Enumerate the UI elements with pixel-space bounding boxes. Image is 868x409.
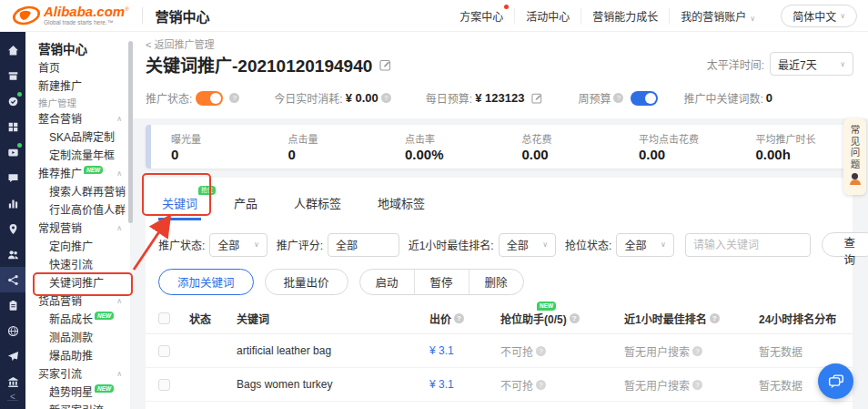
bar-chart-icon[interactable]	[0, 190, 25, 216]
help-icon[interactable]: ?	[570, 313, 580, 323]
help-icon[interactable]: ?	[692, 346, 702, 356]
collapse-sidebar-icon[interactable]: <	[0, 392, 25, 402]
start-button[interactable]: 启动	[360, 270, 414, 294]
filter-best-rank-select[interactable]: 全部∨	[499, 233, 556, 257]
campaign-header: < 返回推广管理 关键词推广-20210120194940 太平洋时间: 最近7…	[130, 32, 868, 118]
sidebar-item-quick-traffic[interactable]: 快速引流	[25, 256, 130, 274]
language-selector[interactable]: 简体中文∨	[781, 5, 857, 27]
help-icon[interactable]: ?	[536, 346, 546, 356]
sidebar-item-trend-star[interactable]: 趋势明星NEW	[25, 383, 130, 402]
grid-icon[interactable]	[0, 114, 25, 139]
faq-side-tab[interactable]: 常见问题	[843, 118, 866, 195]
alibaba-logo[interactable]: Alibaba.com® Global trade starts here.™	[11, 5, 129, 26]
sidebar-item-new-promotion[interactable]: 新建推广	[25, 77, 130, 96]
sidebar-group-regular-marketing[interactable]: 常规营销∧	[25, 220, 130, 238]
paper-plane-icon[interactable]	[0, 343, 25, 369]
table-row: Bags women turkey ¥ 3.1 不可抢? 暂无用户搜索? 暂无数…	[146, 368, 853, 402]
share-network-icon[interactable]	[0, 267, 25, 292]
row-checkbox[interactable]	[158, 345, 170, 357]
help-icon[interactable]: ?	[381, 93, 391, 103]
nav-activity-center[interactable]: 活动中心	[514, 8, 580, 24]
media-icon[interactable]	[0, 139, 25, 165]
row-checkbox[interactable]	[158, 379, 170, 391]
sidebar-item-ska-brand[interactable]: SKA品牌定制	[25, 128, 130, 147]
timezone-label: 太平洋时间:	[707, 56, 764, 72]
filter-grab-status-select[interactable]: 全部∨	[616, 233, 673, 257]
nav-solution-center[interactable]: 方案中心	[449, 8, 514, 24]
stat-impressions: 曝光量0	[151, 125, 268, 169]
globe-icon[interactable]	[0, 318, 25, 343]
nav-marketing-growth[interactable]: 营销能力成长	[580, 8, 669, 24]
sidebar-section-promotion-mgmt: 推广管理	[25, 96, 130, 110]
location-pin-icon[interactable]	[0, 216, 25, 241]
keyword-panel: 关键词抢位 产品 人群标签 地域标签 推广状态: 全部∨ 推广评分: 全部 近1…	[146, 178, 853, 409]
help-icon[interactable]: ?	[692, 380, 702, 390]
active-keywords-label: 推广中关键词数:	[683, 90, 762, 106]
keyword-cell: artificial leather bag	[237, 344, 429, 357]
bank-icon[interactable]	[0, 369, 25, 394]
sidebar-title: 营销中心	[25, 32, 130, 59]
sidebar-item-keyword-promotion[interactable]: 关键词推广	[25, 274, 130, 292]
sidebar-item-home[interactable]: 首页	[25, 59, 130, 77]
app-window: Alibaba.com® Global trade starts here.™ …	[0, 0, 868, 409]
icon-rail: <	[0, 32, 25, 409]
sidebar-item-new-product-growth[interactable]: 新品成长NEW	[25, 311, 130, 329]
select-all-checkbox[interactable]	[158, 312, 170, 324]
today-spend-label: 今日实时消耗:	[274, 90, 342, 106]
time-range-select[interactable]: 最近7天∨	[770, 52, 853, 76]
badge-check-icon[interactable]	[0, 88, 25, 114]
sidebar-item-new-buyer-traffic[interactable]: 新买家引流	[25, 402, 130, 409]
tab-keywords[interactable]: 关键词抢位	[158, 189, 201, 220]
clipboard-icon[interactable]	[0, 292, 25, 318]
chevron-up-icon: ∧	[116, 220, 122, 238]
faq-label: 常见问题	[849, 125, 862, 170]
sidebar-item-hot-product-boost[interactable]: 爆品助推	[25, 347, 130, 365]
help-icon[interactable]: ?	[229, 93, 239, 103]
brand-registered: ®	[125, 6, 128, 12]
chat-fab-button[interactable]	[818, 363, 853, 399]
pause-button[interactable]: 暂停	[414, 270, 469, 294]
alibaba-logo-icon	[11, 5, 42, 26]
weekly-budget-toggle[interactable]	[631, 91, 658, 106]
grab-badge: 抢位	[198, 186, 216, 195]
status-dot	[17, 92, 22, 97]
help-icon[interactable]: ?	[454, 313, 464, 323]
help-icon[interactable]: ?	[710, 313, 720, 323]
sidebar-group-buyer-traffic[interactable]: 买家引流∧	[25, 365, 130, 383]
keyword-cell: Bags women turkey	[237, 378, 429, 391]
users-icon[interactable]	[0, 241, 25, 267]
tab-region-labels[interactable]: 地域标签	[374, 189, 429, 220]
sidebar-group-product-marketing[interactable]: 货品营销∧	[25, 292, 130, 311]
stat-ctr: 点击率0.00%	[385, 125, 502, 169]
col-grab-assistant: NEW抢位助手(0/5)?	[500, 311, 624, 326]
sidebar-item-targeted-promotion[interactable]: 定向推广	[25, 238, 130, 256]
filter-status-select[interactable]: 全部∨	[209, 233, 267, 257]
sidebar-item-custom-traffic[interactable]: 定制流量年框	[25, 147, 130, 165]
help-icon[interactable]: ?	[536, 380, 546, 390]
sidebar-scrollbar[interactable]	[128, 41, 133, 223]
add-keyword-button[interactable]: 添加关键词	[158, 269, 254, 295]
sidebar-group-recommend-promotion[interactable]: 推荐推广NEW∧	[25, 165, 130, 183]
sidebar-item-product-testing[interactable]: 测品测款	[25, 329, 130, 347]
storefront-icon[interactable]	[0, 63, 25, 88]
tab-products[interactable]: 产品	[230, 189, 261, 220]
help-icon[interactable]: ?	[613, 93, 623, 103]
filter-score-input[interactable]: 全部	[328, 233, 399, 257]
sidebar-item-search-remarketing[interactable]: 搜索人群再营销	[25, 183, 130, 201]
edit-title-icon[interactable]	[379, 58, 392, 71]
breadcrumb[interactable]: < 返回推广管理	[146, 36, 214, 51]
home-icon[interactable]	[0, 37, 25, 63]
delete-button[interactable]: 删除	[469, 270, 523, 294]
keyword-search-input[interactable]	[685, 233, 811, 257]
nav-my-account[interactable]: 我的营销账户∨	[669, 8, 766, 24]
tab-audience-labels[interactable]: 人群标签	[290, 189, 345, 220]
notification-dot	[504, 5, 509, 9]
edit-budget-icon[interactable]	[531, 92, 543, 104]
search-button[interactable]: 查询	[822, 232, 868, 257]
promo-status-toggle[interactable]	[196, 91, 223, 106]
sidebar-group-integrated-marketing[interactable]: 整合营销∧	[25, 110, 130, 128]
chat-icon[interactable]	[0, 165, 25, 190]
chevron-down-icon: ∨	[254, 240, 259, 249]
sidebar-item-high-value-audience[interactable]: 行业高价值人群	[25, 201, 130, 220]
batch-bid-button[interactable]: 批量出价	[265, 269, 348, 295]
